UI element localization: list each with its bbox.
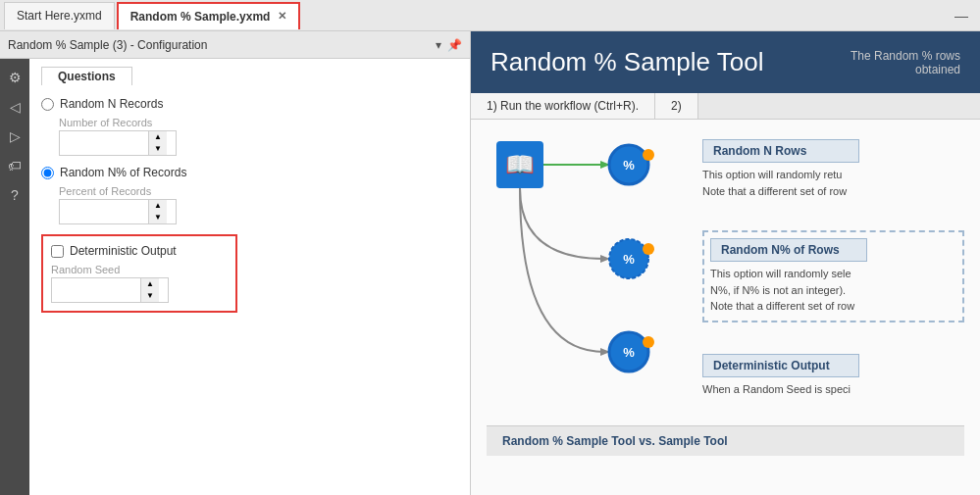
deterministic-output-section: Deterministic Output When a Random Seed … (702, 354, 964, 398)
tab-bar: Start Here.yxmd Random % Sample.yxmd ✕ — (0, 0, 980, 31)
main-content: Random % Sample (3) - Configuration ▾ 📌 … (0, 31, 980, 495)
svg-point-12 (643, 336, 654, 348)
percent-of-records-input[interactable]: 5 (60, 200, 148, 223)
tool-title: Random % Sample Tool (490, 47, 763, 77)
random-pct-option[interactable]: Random N% of Records (41, 166, 458, 179)
tag-icon[interactable]: 🏷 (4, 155, 26, 176)
tool-subtitle: The Random % rows obtained (843, 49, 960, 76)
random-n-rows-text: This option will randomly retu Note that… (702, 167, 964, 199)
seed-spin-down-button[interactable]: ▼ (141, 290, 159, 302)
sections-container: Random N Rows This option will randomly … (702, 131, 964, 405)
random-npct-rows-text: This option will randomly sele N%, if N%… (710, 266, 956, 315)
number-of-records-label: Number of Records (59, 117, 458, 128)
step-2-label: 2) (671, 99, 682, 113)
tab-sample-label: Random % Sample.yxmd (130, 10, 271, 24)
tab-start-label: Start Here.yxmd (17, 9, 102, 23)
questions-content: Random N Records Number of Records 1000 … (41, 93, 458, 326)
pct-spin-up-button[interactable]: ▲ (149, 200, 167, 212)
random-n-label: Random N Records (60, 97, 163, 111)
panel-header-icons: ▾ 📌 (436, 38, 462, 52)
random-pct-radio[interactable] (41, 167, 54, 179)
spinner-buttons: ▲ ▼ (148, 131, 167, 155)
random-n-option[interactable]: Random N Records (41, 97, 458, 111)
gear-icon[interactable]: ⚙ (4, 67, 26, 88)
left-panel: Random % Sample (3) - Configuration ▾ 📌 … (0, 31, 471, 495)
svg-point-4 (643, 149, 654, 161)
random-n-radio[interactable] (41, 98, 54, 111)
percent-of-records-group: Percent of Records 5 ▲ ▼ (59, 185, 458, 224)
bottom-section: Random % Sample Tool vs. Sample Tool (487, 425, 964, 456)
workflow-area: 📖 % (471, 120, 980, 495)
random-n-rows-section: Random N Rows This option will randomly … (702, 139, 964, 199)
close-tab-icon[interactable]: ✕ (278, 10, 286, 23)
tool-header: Random % Sample Tool The Random % rows o… (471, 31, 980, 93)
seed-spinner: 458676342 ▲ ▼ (51, 277, 169, 303)
deterministic-checkbox-row: Deterministic Output (51, 244, 228, 258)
step-1[interactable]: 1) Run the workflow (Ctrl+R). (471, 93, 655, 119)
left-sidebar: ⚙ ◁ ▷ 🏷 ? (0, 59, 29, 495)
step-2[interactable]: 2) (655, 93, 698, 119)
percent-of-records-label: Percent of Records (59, 185, 458, 197)
bottom-label: Random % Sample Tool vs. Sample Tool (502, 434, 728, 448)
deterministic-output-label: Deterministic Output (702, 354, 859, 377)
tab-sample[interactable]: Random % Sample.yxmd ✕ (117, 2, 301, 29)
question-icon[interactable]: ? (4, 184, 26, 206)
random-npct-rows-label: Random N% of Rows (710, 238, 867, 262)
questions-tab[interactable]: Questions (41, 67, 132, 85)
percent-of-records-spinner: 5 ▲ ▼ (59, 199, 177, 224)
pin-icon[interactable]: 📌 (447, 38, 462, 52)
svg-text:%: % (623, 345, 635, 360)
steps-bar: 1) Run the workflow (Ctrl+R). 2) (471, 93, 980, 120)
svg-point-8 (643, 243, 654, 255)
spin-down-button[interactable]: ▼ (149, 143, 167, 155)
number-of-records-group: Number of Records 1000 ▲ ▼ (59, 117, 458, 156)
panel-title: Random % Sample (3) - Configuration (8, 38, 207, 52)
deterministic-box: Deterministic Output Random Seed 4586763… (41, 234, 237, 313)
arrow-right-icon[interactable]: ▷ (4, 125, 26, 147)
minimize-icon[interactable]: — (947, 8, 976, 24)
dropdown-icon[interactable]: ▾ (436, 38, 441, 52)
connector-svg: % % (487, 131, 702, 425)
pct-spinner-buttons: ▲ ▼ (148, 200, 167, 223)
seed-spin-up-button[interactable]: ▲ (141, 278, 159, 290)
panel-header: Random % Sample (3) - Configuration ▾ 📌 (0, 31, 470, 59)
random-pct-label: Random N% of Records (60, 166, 186, 179)
deterministic-label: Deterministic Output (70, 244, 177, 258)
seed-input[interactable]: 458676342 (52, 278, 140, 302)
random-n-rows-label: Random N Rows (702, 139, 859, 163)
number-of-records-input[interactable]: 1000 (60, 131, 148, 155)
step-1-label: 1) Run the workflow (Ctrl+R). (487, 99, 639, 113)
arrow-left-icon[interactable]: ◁ (4, 96, 26, 118)
number-of-records-spinner: 1000 ▲ ▼ (59, 130, 177, 156)
deterministic-output-text: When a Random Seed is speci (702, 381, 964, 398)
random-npct-rows-section: Random N% of Rows This option will rando… (702, 230, 964, 322)
tab-start[interactable]: Start Here.yxmd (4, 2, 115, 29)
seed-label: Random Seed (51, 264, 228, 275)
spin-up-button[interactable]: ▲ (149, 131, 167, 143)
svg-text:%: % (623, 158, 635, 173)
pct-spin-down-button[interactable]: ▼ (149, 212, 167, 223)
questions-tab-label: Questions (58, 70, 116, 83)
right-panel: Random % Sample Tool The Random % rows o… (471, 31, 980, 495)
seed-spinner-buttons: ▲ ▼ (140, 278, 159, 302)
questions-panel: Questions Random N Records Number of Rec… (29, 59, 470, 495)
deterministic-checkbox[interactable] (51, 245, 64, 258)
svg-text:%: % (623, 252, 635, 267)
